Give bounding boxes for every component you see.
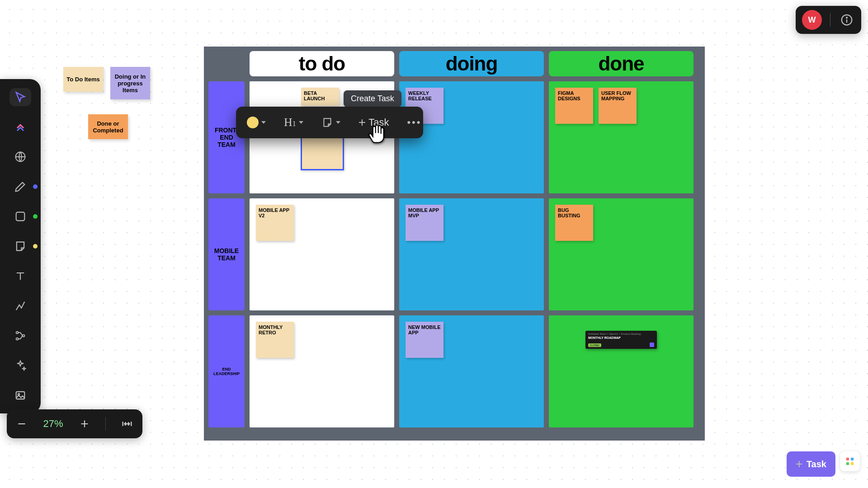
clickup-tool[interactable] bbox=[9, 118, 31, 136]
ctx-heading-button[interactable]: H1 bbox=[279, 112, 308, 133]
pen-tool[interactable] bbox=[9, 178, 31, 196]
task-card-badge bbox=[650, 343, 654, 347]
chevron-down-icon bbox=[336, 121, 340, 124]
zoom-fit-button[interactable] bbox=[118, 415, 136, 433]
kanban-board[interactable]: to do doing done FRONT-END TEAM BETA LAU… bbox=[204, 47, 705, 441]
sticky-note[interactable]: USER FLOW MAPPING bbox=[599, 88, 637, 124]
sticky-note[interactable]: MOBILE APP V2 bbox=[256, 205, 294, 241]
user-avatar[interactable]: W bbox=[802, 10, 822, 30]
more-icon: ••• bbox=[407, 117, 421, 128]
zoom-out-button[interactable] bbox=[13, 415, 31, 433]
cell-r2-done[interactable]: Software Team > Sprint1 > Product Backlo… bbox=[549, 315, 693, 427]
plus-icon: + bbox=[796, 457, 803, 471]
svg-rect-10 bbox=[851, 458, 854, 460]
column-header-done: done bbox=[549, 51, 693, 76]
sticky-note[interactable]: NEW MOBILE APP bbox=[406, 322, 443, 358]
legend-card[interactable]: Doing or In progress Items bbox=[110, 67, 150, 99]
svg-point-2 bbox=[16, 332, 19, 334]
cursor-hand-icon bbox=[367, 123, 389, 145]
task-button-label: Task bbox=[807, 459, 826, 469]
sticky-note[interactable]: FIGMA DESIGNS bbox=[555, 88, 593, 124]
legend-card[interactable]: Done or Completed bbox=[88, 114, 128, 139]
svg-rect-9 bbox=[846, 458, 849, 460]
cell-r1-done[interactable]: BUG BUSTING bbox=[549, 198, 693, 310]
web-tool[interactable] bbox=[9, 148, 31, 166]
task-card-title: MONTHLY ROADMAP bbox=[588, 336, 654, 339]
task-card[interactable]: Software Team > Sprint1 > Product Backlo… bbox=[585, 331, 657, 349]
svg-rect-12 bbox=[851, 462, 854, 465]
svg-rect-1 bbox=[16, 212, 25, 221]
row-label-1: MOBILE TEAM bbox=[208, 198, 245, 310]
row-label-2: END LEADERSHIP bbox=[208, 315, 245, 427]
shape-tool[interactable] bbox=[9, 207, 31, 225]
column-header-todo: to do bbox=[250, 51, 394, 76]
context-toolbar: H1 + Task ••• bbox=[236, 107, 423, 138]
sticky-note[interactable]: BUG BUSTING bbox=[555, 205, 593, 241]
left-toolbar bbox=[0, 79, 41, 413]
task-card-status: CLOSED bbox=[588, 343, 601, 347]
chevron-down-icon bbox=[261, 121, 266, 124]
svg-point-3 bbox=[16, 338, 19, 340]
svg-point-8 bbox=[846, 17, 847, 18]
create-task-tooltip: Create Task bbox=[344, 90, 401, 107]
connector-tool[interactable] bbox=[9, 297, 31, 315]
sticky-note[interactable]: MOBILE APP MVP bbox=[406, 205, 443, 241]
pointer-tool[interactable] bbox=[9, 88, 31, 106]
sticky-note[interactable]: BETA LAUNCH bbox=[301, 88, 339, 106]
svg-rect-5 bbox=[16, 392, 25, 399]
cell-r2-todo[interactable]: MONTHLY RETRO bbox=[250, 315, 394, 427]
cell-r0-doing[interactable]: WEEKLY RELEASE bbox=[399, 81, 544, 193]
info-button[interactable] bbox=[839, 12, 855, 28]
user-initial: W bbox=[808, 15, 816, 25]
bottom-right-controls: + Task bbox=[787, 451, 860, 477]
cell-r2-doing[interactable]: NEW MOBILE APP bbox=[399, 315, 544, 427]
ctx-more-button[interactable]: ••• bbox=[402, 113, 426, 132]
plus-icon: + bbox=[359, 115, 366, 130]
zoom-level: 27% bbox=[43, 418, 63, 430]
legend-card[interactable]: To Do Items bbox=[63, 67, 103, 92]
color-swatch-icon bbox=[247, 117, 259, 128]
zoom-controls: 27% bbox=[7, 409, 142, 438]
ctx-color-button[interactable] bbox=[242, 113, 270, 132]
apps-button[interactable] bbox=[840, 451, 860, 471]
svg-rect-11 bbox=[846, 462, 849, 465]
sticky-tool[interactable] bbox=[9, 237, 31, 255]
diagram-tool[interactable] bbox=[9, 327, 31, 345]
top-right-controls: W bbox=[796, 6, 861, 34]
board-corner bbox=[208, 51, 245, 76]
cell-r1-doing[interactable]: MOBILE APP MVP bbox=[399, 198, 544, 310]
create-task-button[interactable]: + Task bbox=[787, 451, 835, 477]
image-tool[interactable] bbox=[9, 386, 31, 404]
cell-r1-todo[interactable]: MOBILE APP V2 bbox=[250, 198, 394, 310]
sticky-note[interactable]: MONTHLY RETRO bbox=[256, 322, 294, 358]
task-card-crumbs: Software Team > Sprint1 > Product Backlo… bbox=[588, 333, 654, 335]
column-header-doing: doing bbox=[399, 51, 544, 76]
ai-tool[interactable] bbox=[9, 357, 31, 375]
chevron-down-icon bbox=[299, 121, 303, 124]
zoom-in-button[interactable] bbox=[75, 415, 94, 433]
cell-r0-done[interactable]: FIGMA DESIGNSUSER FLOW MAPPING bbox=[549, 81, 693, 193]
text-tool[interactable] bbox=[9, 267, 31, 285]
ctx-note-button[interactable] bbox=[317, 113, 345, 132]
